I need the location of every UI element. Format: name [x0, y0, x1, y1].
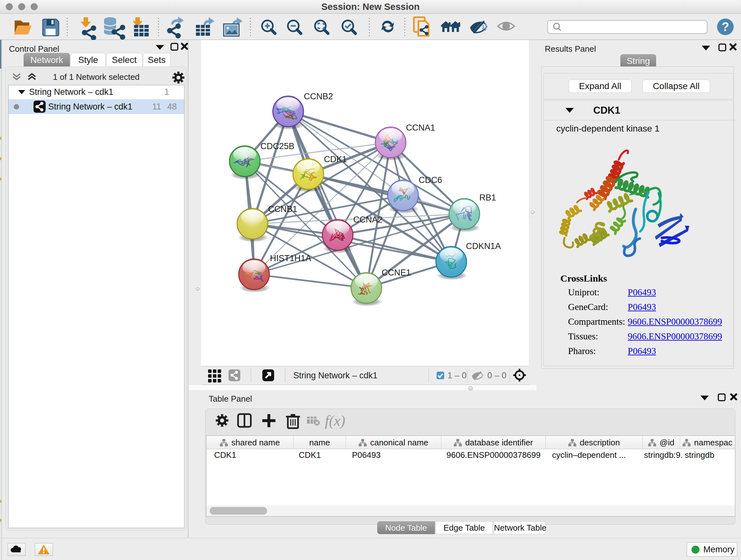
svg-text:CDC25B: CDC25B — [260, 141, 294, 151]
svg-text:CCNE1: CCNE1 — [382, 268, 411, 277]
svg-text:1 – 0: 1 – 0 — [448, 371, 467, 380]
svg-text:CCNB2: CCNB2 — [304, 91, 333, 101]
svg-text:0 – 0: 0 – 0 — [487, 371, 507, 380]
svg-text:String Network – cdk1: String Network – cdk1 — [293, 371, 378, 380]
svg-text:CCNA1: CCNA1 — [406, 123, 435, 132]
svg-text:RB1: RB1 — [479, 193, 496, 202]
svg-text:CCNB1: CCNB1 — [268, 204, 297, 214]
svg-text:CDKN1A: CDKN1A — [466, 241, 501, 251]
svg-text:CCNA2: CCNA2 — [353, 215, 383, 225]
svg-text:?: ? — [722, 20, 729, 34]
svg-text:HIST1H1A: HIST1H1A — [270, 253, 311, 263]
svg-text:f(x): f(x) — [325, 413, 345, 429]
svg-text:CDC6: CDC6 — [419, 175, 442, 185]
svg-text:CDK1: CDK1 — [324, 154, 347, 164]
